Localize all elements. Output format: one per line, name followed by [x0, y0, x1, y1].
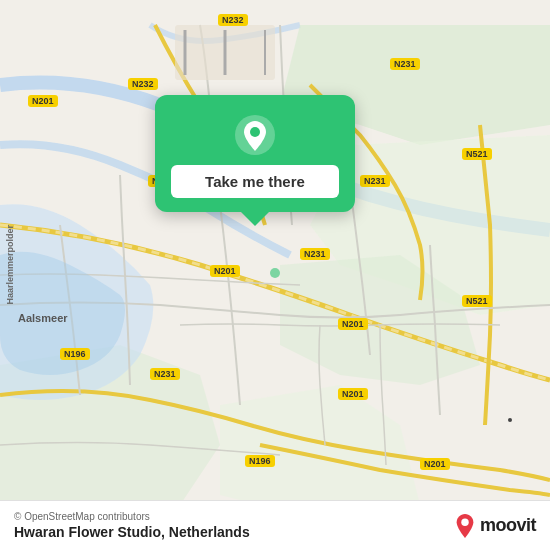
road-label-n231-top: N231: [390, 58, 420, 70]
road-label-n232-mid: N232: [128, 78, 158, 90]
osm-credit: © OpenStreetMap contributors: [14, 511, 250, 522]
popup-card: Take me there: [155, 95, 355, 212]
road-label-n201-center: N201: [210, 265, 240, 277]
city-label-haarlemmerpolder: Haarlemmerpolder: [5, 225, 15, 305]
bottom-bar: © OpenStreetMap contributors Hwaran Flow…: [0, 500, 550, 550]
map-background: [0, 0, 550, 550]
map-container: N232 N201 N232 N231 N201 N231 N521 N231 …: [0, 0, 550, 550]
road-label-n231-center: N231: [300, 248, 330, 260]
road-label-n196-mid: N196: [245, 455, 275, 467]
moovit-logo: moovit: [454, 513, 536, 539]
road-label-n201-lower: N201: [338, 388, 368, 400]
road-label-n521-top: N521: [462, 148, 492, 160]
svg-point-10: [250, 127, 260, 137]
road-label-n201-bottom-mid: N201: [338, 318, 368, 330]
road-label-n521-mid: N521: [462, 295, 492, 307]
location-name: Hwaran Flower Studio, Netherlands: [14, 524, 250, 540]
svg-point-7: [270, 268, 280, 278]
city-label-aalsmeer: Aalsmeer: [18, 312, 68, 324]
bottom-left-info: © OpenStreetMap contributors Hwaran Flow…: [14, 511, 250, 540]
moovit-pin-icon: [454, 513, 476, 539]
road-label-n232-top: N232: [218, 14, 248, 26]
location-pin-icon: [233, 113, 277, 157]
road-label-n201-far: N201: [420, 458, 450, 470]
road-label-n231-lower: N231: [150, 368, 180, 380]
road-label-n196-left: N196: [60, 348, 90, 360]
road-label-n231-right: N231: [360, 175, 390, 187]
take-me-there-button[interactable]: Take me there: [171, 165, 339, 198]
road-label-n201-left: N201: [28, 95, 58, 107]
moovit-brand-text: moovit: [480, 515, 536, 536]
svg-point-8: [508, 418, 512, 422]
svg-point-11: [461, 518, 468, 525]
